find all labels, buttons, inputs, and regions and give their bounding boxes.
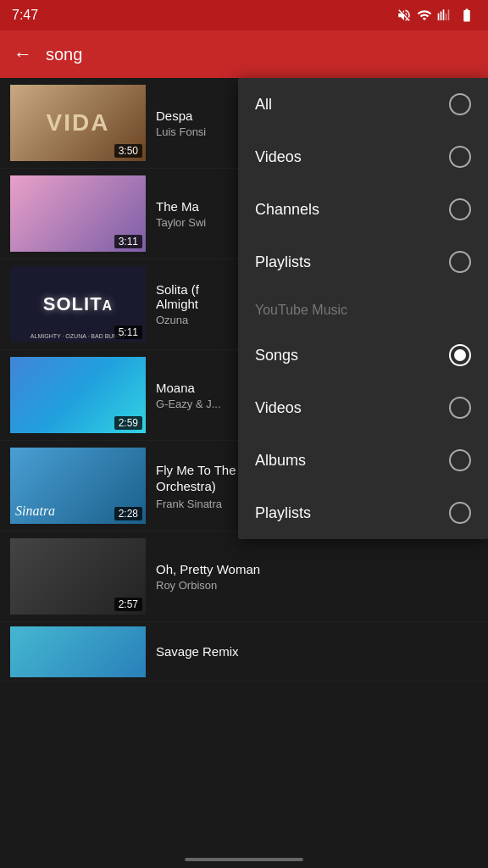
thumbnail: 2:59 [10,357,146,433]
filter-songs[interactable]: Songs [238,329,488,381]
wifi-icon [417,8,432,23]
song-title: Oh, Pretty Woman [156,562,478,576]
filter-videos-radio[interactable] [449,146,471,168]
filter-channels-radio[interactable] [449,198,471,220]
thumbnail: SOLITA ALMIGHTY · OZUNA · BAD BUNNY 5:11 [10,266,146,342]
signal-icon [437,8,452,23]
filter-all-label: All [255,96,272,114]
status-icons [396,8,476,23]
thumbnail: Sinatra 2:28 [10,448,146,524]
mute-icon [396,8,412,23]
filter-songs-label: Songs [255,347,298,364]
youtube-music-label: YouTube Music [255,303,347,318]
filter-albums-label: Albums [255,452,306,470]
filter-videos-label: Videos [255,148,302,166]
song-item[interactable]: Savage Remix [0,622,488,682]
filter-videos[interactable]: Videos [238,131,488,183]
thumbnail: 2:57 [10,538,146,615]
duration-badge: 5:11 [114,326,142,339]
duration-badge: 3:50 [114,144,142,158]
search-bar: ← song [0,31,488,78]
song-artist: Roy Orbison [156,579,478,592]
filter-dropdown: All Videos Channels Playlists YouTube Mu… [238,78,488,539]
filter-playlists-yt[interactable]: Playlists [238,487,488,539]
nav-handle [185,858,303,861]
thumbnail: VIDA 3:50 [10,85,146,161]
filter-yt-videos-radio[interactable] [449,397,471,419]
filter-all[interactable]: All [238,78,488,131]
back-button[interactable]: ← [14,43,32,65]
duration-badge: 3:11 [114,235,142,248]
duration-badge: 2:28 [114,507,142,520]
filter-playlists-top-radio[interactable] [449,251,471,273]
song-item[interactable]: 2:57 Oh, Pretty Woman Roy Orbison [0,531,488,622]
filter-yt-videos[interactable]: Videos [238,381,488,434]
filter-playlists-top-label: Playlists [255,253,311,271]
song-title: Savage Remix [156,644,478,659]
search-query: song [46,45,82,64]
thumbnail: 3:11 [10,175,146,252]
filter-playlists-top[interactable]: Playlists [238,236,488,288]
filter-albums-radio[interactable] [449,449,471,471]
main-content: VIDA 3:50 Despaci Luis Fonsi 3:11 The Ma… [0,78,488,682]
filter-songs-radio[interactable] [449,344,471,366]
filter-channels[interactable]: Channels [238,183,488,236]
duration-badge: 2:57 [114,598,142,611]
battery-icon [458,8,476,23]
filter-all-radio[interactable] [449,93,471,115]
status-time: 7:47 [12,8,38,23]
nav-bar [0,851,488,868]
duration-badge: 2:59 [114,416,142,430]
youtube-music-header: YouTube Music [238,288,488,329]
filter-albums[interactable]: Albums [238,434,488,487]
song-info: Savage Remix [146,644,478,659]
filter-playlists-yt-label: Playlists [255,504,311,522]
status-bar: 7:47 [0,0,488,31]
filter-yt-videos-label: Videos [255,399,302,417]
filter-playlists-yt-radio[interactable] [449,502,471,524]
thumbnail [10,626,146,677]
filter-channels-label: Channels [255,201,319,219]
song-info: Oh, Pretty Woman Roy Orbison [146,562,478,592]
